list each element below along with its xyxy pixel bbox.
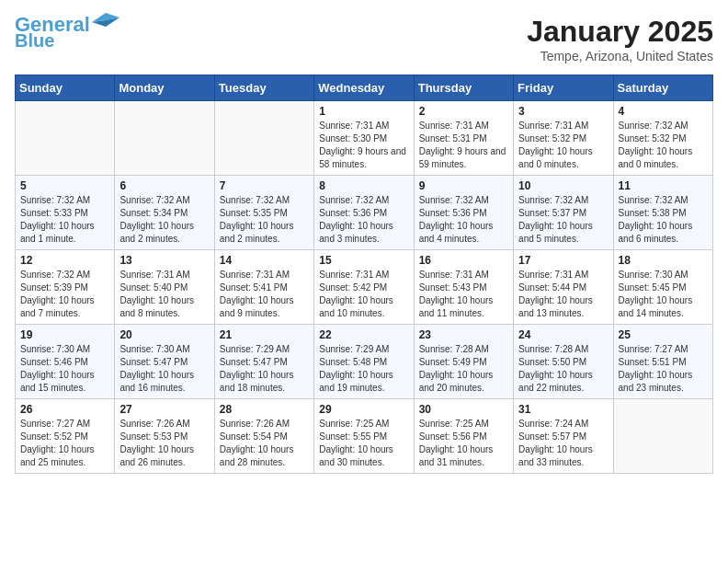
week-row-3: 12Sunrise: 7:32 AMSunset: 5:39 PMDayligh… bbox=[16, 250, 713, 325]
calendar-subtitle: Tempe, Arizona, United States bbox=[527, 49, 713, 63]
day-info: Sunrise: 7:31 AMSunset: 5:40 PMDaylight:… bbox=[119, 269, 209, 320]
day-info: Sunrise: 7:31 AMSunset: 5:42 PMDaylight:… bbox=[319, 269, 408, 320]
calendar-cell: 20Sunrise: 7:30 AMSunset: 5:47 PMDayligh… bbox=[115, 325, 214, 399]
day-info: Sunrise: 7:31 AMSunset: 5:41 PMDaylight:… bbox=[220, 269, 309, 320]
calendar-cell: 30Sunrise: 7:25 AMSunset: 5:56 PMDayligh… bbox=[414, 399, 513, 474]
day-number: 17 bbox=[518, 254, 608, 267]
calendar-cell bbox=[214, 101, 313, 176]
day-number: 23 bbox=[419, 328, 508, 341]
day-number: 16 bbox=[419, 254, 508, 267]
calendar-cell: 18Sunrise: 7:30 AMSunset: 5:45 PMDayligh… bbox=[613, 250, 712, 325]
day-info: Sunrise: 7:29 AMSunset: 5:48 PMDaylight:… bbox=[319, 343, 408, 395]
day-info: Sunrise: 7:32 AMSunset: 5:39 PMDaylight:… bbox=[20, 269, 109, 320]
day-info: Sunrise: 7:28 AMSunset: 5:49 PMDaylight:… bbox=[419, 343, 508, 395]
day-number: 11 bbox=[619, 179, 708, 192]
day-info: Sunrise: 7:32 AMSunset: 5:35 PMDaylight:… bbox=[220, 194, 309, 246]
day-number: 3 bbox=[518, 105, 608, 118]
calendar-cell: 4Sunrise: 7:32 AMSunset: 5:32 PMDaylight… bbox=[613, 101, 712, 176]
day-number: 21 bbox=[220, 328, 309, 341]
calendar-cell: 5Sunrise: 7:32 AMSunset: 5:33 PMDaylight… bbox=[16, 176, 115, 250]
calendar-cell bbox=[115, 101, 214, 176]
day-number: 27 bbox=[119, 403, 209, 416]
day-info: Sunrise: 7:32 AMSunset: 5:36 PMDaylight:… bbox=[319, 194, 408, 246]
calendar-cell: 17Sunrise: 7:31 AMSunset: 5:44 PMDayligh… bbox=[514, 250, 613, 325]
calendar-cell: 23Sunrise: 7:28 AMSunset: 5:49 PMDayligh… bbox=[414, 325, 513, 399]
calendar-cell: 27Sunrise: 7:26 AMSunset: 5:53 PMDayligh… bbox=[115, 399, 214, 474]
week-row-2: 5Sunrise: 7:32 AMSunset: 5:33 PMDaylight… bbox=[16, 176, 713, 250]
day-number: 28 bbox=[220, 403, 309, 416]
calendar-cell: 22Sunrise: 7:29 AMSunset: 5:48 PMDayligh… bbox=[314, 325, 414, 399]
day-info: Sunrise: 7:32 AMSunset: 5:38 PMDaylight:… bbox=[619, 194, 708, 246]
day-number: 12 bbox=[20, 254, 109, 267]
weekday-header-sunday: Sunday bbox=[16, 75, 115, 101]
day-number: 29 bbox=[319, 403, 408, 416]
calendar-cell bbox=[16, 101, 115, 176]
calendar-cell: 11Sunrise: 7:32 AMSunset: 5:38 PMDayligh… bbox=[613, 176, 712, 250]
weekday-header-saturday: Saturday bbox=[613, 75, 712, 101]
calendar-cell: 15Sunrise: 7:31 AMSunset: 5:42 PMDayligh… bbox=[314, 250, 414, 325]
calendar-cell: 31Sunrise: 7:24 AMSunset: 5:57 PMDayligh… bbox=[514, 399, 613, 474]
day-number: 10 bbox=[518, 179, 608, 192]
weekday-header-tuesday: Tuesday bbox=[214, 75, 313, 101]
day-info: Sunrise: 7:26 AMSunset: 5:53 PMDaylight:… bbox=[119, 418, 209, 469]
day-number: 6 bbox=[119, 179, 209, 192]
day-info: Sunrise: 7:31 AMSunset: 5:43 PMDaylight:… bbox=[419, 269, 508, 320]
weekday-header-thursday: Thursday bbox=[414, 75, 513, 101]
calendar-title: January 2025 bbox=[527, 15, 713, 49]
day-number: 22 bbox=[319, 328, 408, 341]
calendar-cell: 12Sunrise: 7:32 AMSunset: 5:39 PMDayligh… bbox=[16, 250, 115, 325]
day-info: Sunrise: 7:31 AMSunset: 5:31 PMDaylight:… bbox=[419, 120, 508, 171]
logo-bird-icon bbox=[92, 13, 119, 31]
week-row-4: 19Sunrise: 7:30 AMSunset: 5:46 PMDayligh… bbox=[16, 325, 713, 399]
day-number: 24 bbox=[518, 328, 608, 341]
calendar-cell: 24Sunrise: 7:28 AMSunset: 5:50 PMDayligh… bbox=[514, 325, 613, 399]
day-info: Sunrise: 7:31 AMSunset: 5:44 PMDaylight:… bbox=[518, 269, 608, 320]
day-number: 25 bbox=[619, 328, 708, 341]
calendar-table: SundayMondayTuesdayWednesdayThursdayFrid… bbox=[15, 75, 713, 474]
calendar-cell: 26Sunrise: 7:27 AMSunset: 5:52 PMDayligh… bbox=[16, 399, 115, 474]
day-number: 31 bbox=[518, 403, 608, 416]
day-info: Sunrise: 7:26 AMSunset: 5:54 PMDaylight:… bbox=[220, 418, 309, 469]
day-number: 19 bbox=[20, 328, 109, 341]
week-row-5: 26Sunrise: 7:27 AMSunset: 5:52 PMDayligh… bbox=[16, 399, 713, 474]
day-number: 18 bbox=[619, 254, 708, 267]
calendar-cell: 29Sunrise: 7:25 AMSunset: 5:55 PMDayligh… bbox=[314, 399, 414, 474]
weekday-header-friday: Friday bbox=[514, 75, 613, 101]
day-info: Sunrise: 7:32 AMSunset: 5:34 PMDaylight:… bbox=[119, 194, 209, 246]
calendar-cell: 21Sunrise: 7:29 AMSunset: 5:47 PMDayligh… bbox=[214, 325, 313, 399]
calendar-cell bbox=[613, 399, 712, 474]
day-info: Sunrise: 7:30 AMSunset: 5:47 PMDaylight:… bbox=[119, 343, 209, 395]
day-number: 15 bbox=[319, 254, 408, 267]
calendar-cell: 16Sunrise: 7:31 AMSunset: 5:43 PMDayligh… bbox=[414, 250, 513, 325]
day-info: Sunrise: 7:30 AMSunset: 5:45 PMDaylight:… bbox=[619, 269, 708, 320]
calendar-cell: 10Sunrise: 7:32 AMSunset: 5:37 PMDayligh… bbox=[514, 176, 613, 250]
day-number: 9 bbox=[419, 179, 508, 192]
day-number: 1 bbox=[319, 105, 408, 118]
day-number: 20 bbox=[119, 328, 209, 341]
calendar-cell: 1Sunrise: 7:31 AMSunset: 5:30 PMDaylight… bbox=[314, 101, 414, 176]
calendar-cell: 6Sunrise: 7:32 AMSunset: 5:34 PMDaylight… bbox=[115, 176, 214, 250]
calendar-cell: 25Sunrise: 7:27 AMSunset: 5:51 PMDayligh… bbox=[613, 325, 712, 399]
day-number: 5 bbox=[20, 179, 109, 192]
calendar-cell: 3Sunrise: 7:31 AMSunset: 5:32 PMDaylight… bbox=[514, 101, 613, 176]
calendar-cell: 19Sunrise: 7:30 AMSunset: 5:46 PMDayligh… bbox=[16, 325, 115, 399]
calendar-cell: 28Sunrise: 7:26 AMSunset: 5:54 PMDayligh… bbox=[214, 399, 313, 474]
calendar-cell: 2Sunrise: 7:31 AMSunset: 5:31 PMDaylight… bbox=[414, 101, 513, 176]
weekday-header-monday: Monday bbox=[115, 75, 214, 101]
day-info: Sunrise: 7:31 AMSunset: 5:30 PMDaylight:… bbox=[319, 120, 408, 171]
day-info: Sunrise: 7:27 AMSunset: 5:52 PMDaylight:… bbox=[20, 418, 109, 469]
day-info: Sunrise: 7:32 AMSunset: 5:32 PMDaylight:… bbox=[619, 120, 708, 171]
day-info: Sunrise: 7:24 AMSunset: 5:57 PMDaylight:… bbox=[518, 418, 608, 469]
day-info: Sunrise: 7:25 AMSunset: 5:56 PMDaylight:… bbox=[419, 418, 508, 469]
week-row-1: 1Sunrise: 7:31 AMSunset: 5:30 PMDaylight… bbox=[16, 101, 713, 176]
day-number: 30 bbox=[419, 403, 508, 416]
day-info: Sunrise: 7:32 AMSunset: 5:37 PMDaylight:… bbox=[518, 194, 608, 246]
title-block: January 2025 Tempe, Arizona, United Stat… bbox=[527, 15, 713, 63]
day-number: 2 bbox=[419, 105, 508, 118]
page-header: General Blue January 2025 Tempe, Arizona… bbox=[15, 15, 713, 63]
day-number: 4 bbox=[619, 105, 708, 118]
weekday-header-row: SundayMondayTuesdayWednesdayThursdayFrid… bbox=[16, 75, 713, 101]
day-info: Sunrise: 7:30 AMSunset: 5:46 PMDaylight:… bbox=[20, 343, 109, 395]
calendar-cell: 7Sunrise: 7:32 AMSunset: 5:35 PMDaylight… bbox=[214, 176, 313, 250]
day-number: 14 bbox=[220, 254, 309, 267]
